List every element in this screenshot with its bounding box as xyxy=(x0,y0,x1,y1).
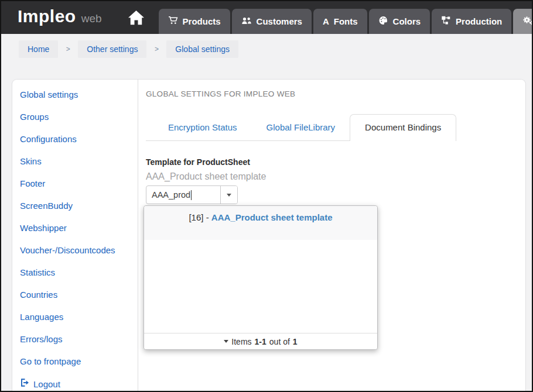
sidebar-item-go-to-frontpage[interactable]: Go to frontpage xyxy=(12,350,138,373)
pagination-range: 1-1 xyxy=(255,337,266,346)
tabs-leading-edge xyxy=(146,114,153,141)
dropdown-option-16[interactable]: [16] - AAA_Product sheet template xyxy=(144,206,377,240)
main-content: GLOBAL SETTINGS FOR IMPLEO WEB Encryptio… xyxy=(138,80,525,391)
option-id: [16] - xyxy=(189,212,211,222)
chevron-down-icon xyxy=(227,194,231,197)
cart-icon xyxy=(168,16,178,27)
breadcrumb-home[interactable]: Home xyxy=(19,40,58,58)
sidebar-item-statistics[interactable]: Statistics xyxy=(12,262,138,284)
settings-tabs: Encryption Status Global FileLibrary Doc… xyxy=(146,114,516,141)
nav-tab-colors[interactable]: Colors xyxy=(369,9,430,34)
caret-down-icon xyxy=(224,340,228,343)
nav-tab-fonts[interactable]: A Fonts xyxy=(313,9,367,34)
tab-encryption-status[interactable]: Encryption Status xyxy=(153,115,252,141)
workflow-icon xyxy=(441,16,451,27)
input-text: AAA_prod xyxy=(152,190,190,200)
sidebar-item-screenbuddy[interactable]: ScreenBuddy xyxy=(12,195,138,217)
logo-text-secondary: web xyxy=(81,12,102,25)
nav-tab-label: Products xyxy=(183,16,221,26)
logout-icon xyxy=(20,378,29,390)
sidebar-item-footer[interactable]: Footer xyxy=(12,173,138,195)
sidebar-item-skins[interactable]: Skins xyxy=(12,150,138,173)
nav-tab-label: Production xyxy=(456,16,502,26)
nav-tab-label: Fonts xyxy=(334,16,358,26)
nav-tab-production[interactable]: Production xyxy=(432,9,511,34)
sidebar-item-countries[interactable]: Countries xyxy=(12,284,138,306)
tab-document-bindings[interactable]: Document Bindings xyxy=(350,114,456,141)
dropdown-pagination[interactable]: Items 1-1 out of 1 xyxy=(144,333,377,349)
template-dropdown-list: [16] - AAA_Product sheet template Items … xyxy=(144,205,378,350)
dropdown-empty-area xyxy=(144,240,377,333)
content-panel: Global settings Groups Configurations Sk… xyxy=(12,79,526,391)
text-cursor xyxy=(191,190,192,200)
users-icon xyxy=(241,16,252,27)
sidebar-item-errors-logs[interactable]: Errors/logs xyxy=(12,328,138,350)
template-current-value: AAA_Product sheet template xyxy=(146,171,516,182)
app-window: Impleoweb Products Customers A xyxy=(0,0,533,392)
sidebar-item-label: Logout xyxy=(33,379,60,390)
gears-icon xyxy=(522,16,533,27)
nav-tab-label: Colors xyxy=(393,16,421,26)
template-search-input[interactable]: AAA_prod xyxy=(146,186,220,204)
sidebar-item-webshipper[interactable]: Webshipper xyxy=(12,217,138,239)
nav-tab-other-settings[interactable]: Other settings xyxy=(513,9,533,34)
breadcrumb-other-settings[interactable]: Other settings xyxy=(78,40,146,58)
home-icon xyxy=(127,19,146,29)
nav-tab-customers[interactable]: Customers xyxy=(232,9,312,34)
breadcrumb-separator: > xyxy=(66,45,70,53)
pagination-out-of-label: out of xyxy=(269,337,290,346)
tab-global-filelibrary[interactable]: Global FileLibrary xyxy=(252,115,350,141)
letter-a-icon: A xyxy=(323,16,329,26)
sidebar-item-configurations[interactable]: Configurations xyxy=(12,128,138,150)
palette-icon xyxy=(378,16,388,27)
pagination-items-label: Items xyxy=(231,337,251,346)
sidebar-item-languages[interactable]: Languages xyxy=(12,306,138,328)
sidebar-item-groups[interactable]: Groups xyxy=(12,106,138,128)
breadcrumb: Home > Other settings > Global settings xyxy=(1,34,532,58)
pagination-total: 1 xyxy=(293,337,298,346)
template-field-label: Template for ProductSheet xyxy=(146,157,516,167)
sidebar-item-global-settings[interactable]: Global settings xyxy=(12,84,138,106)
breadcrumb-global-settings[interactable]: Global settings xyxy=(166,40,238,58)
nav-tab-products[interactable]: Products xyxy=(159,9,230,34)
template-combobox-wrap: AAA_prod [16] - AAA_Product sheet templa… xyxy=(146,185,516,204)
sidebar-item-voucher-discountcodes[interactable]: Voucher-/Discountcodes xyxy=(12,239,138,262)
nav-tab-label: Customers xyxy=(257,16,302,26)
logo-text-primary: Impleo xyxy=(18,6,76,26)
top-header: Impleoweb Products Customers A xyxy=(1,1,532,34)
breadcrumb-separator: > xyxy=(155,45,159,53)
main-nav: Products Customers A Fonts Colors xyxy=(159,1,533,34)
app-logo: Impleoweb xyxy=(18,6,102,34)
settings-sidebar: Global settings Groups Configurations Sk… xyxy=(12,80,138,391)
option-title: AAA_Product sheet template xyxy=(211,212,333,222)
template-combobox: AAA_prod xyxy=(146,185,238,204)
home-button[interactable] xyxy=(127,9,146,29)
page-title: GLOBAL SETTINGS FOR IMPLEO WEB xyxy=(146,90,516,98)
dropdown-toggle-button[interactable] xyxy=(220,186,237,204)
sidebar-item-logout[interactable]: Logout xyxy=(12,373,138,392)
